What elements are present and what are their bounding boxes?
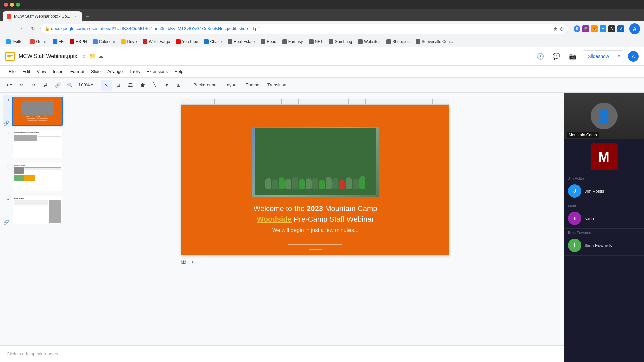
close-button[interactable] — [4, 3, 8, 7]
slide-thumbnail-4[interactable]: 4 Arrival at Camp — [3, 194, 64, 226]
menu-help[interactable]: Help — [171, 66, 187, 78]
person-silhouette — [306, 178, 312, 189]
url-bar[interactable]: 🔒 docs.google.com/presentation/d/1UTlBX4… — [40, 24, 568, 34]
zoom-dropdown[interactable]: 100% ▼ — [76, 80, 95, 90]
camera-button[interactable]: 📷 — [567, 50, 579, 62]
table-button[interactable]: ⊞ — [173, 80, 184, 90]
redo-button[interactable]: ↪ — [28, 80, 39, 90]
refresh-button[interactable]: ↻ — [28, 24, 38, 34]
bookmark-drive[interactable]: Drive — [118, 38, 139, 45]
participant-ilima[interactable]: I Ilima Edwards — [564, 235, 644, 256]
select-group-button[interactable]: ⊡ — [113, 80, 124, 90]
theme-button[interactable]: Theme — [243, 80, 263, 90]
wells-icon — [143, 39, 147, 44]
slide-preview-inner-1: Welcome to the 2023 Mountain CampWoodsid… — [13, 97, 62, 125]
bookmark-realestate[interactable]: Real Estate — [225, 38, 257, 45]
extension-icon-b[interactable]: B — [617, 25, 624, 32]
cloud-icon[interactable]: ☁ — [98, 53, 104, 59]
menu-arrange[interactable]: Arrange — [104, 66, 126, 78]
bookmark-sevierville[interactable]: Seriverville Con... — [413, 38, 456, 45]
slide-editor[interactable]: Welcome to the 2023 Mountain Camp Woodsi… — [67, 93, 564, 345]
menu-file[interactable]: File — [5, 66, 19, 78]
extension-icon-a[interactable]: A — [608, 25, 615, 32]
user-avatar[interactable]: A — [628, 51, 639, 62]
menu-slide[interactable]: Slide — [88, 66, 104, 78]
more-shapes-button[interactable]: ▼ — [161, 80, 172, 90]
bookmark-label: NFT — [315, 39, 323, 44]
print-button[interactable]: 🖨 — [40, 80, 51, 90]
bookmark-fb[interactable]: FB — [50, 38, 66, 45]
new-tab-button[interactable]: + — [83, 12, 93, 21]
bookmark-twitter[interactable]: Twitter — [3, 38, 26, 45]
slide-thumbnail-3[interactable]: 3 Our Sister Camps — [3, 161, 64, 193]
bookmark-read[interactable]: Read — [258, 38, 279, 45]
image-button[interactable]: 🖼 — [125, 80, 136, 90]
menu-extensions[interactable]: Extensions — [143, 66, 171, 78]
slide-thumbnail-2[interactable]: 2 Mountain Camp Woodside Philosophy — [3, 128, 64, 160]
select-button[interactable]: ↖ — [101, 80, 112, 90]
bookmark-nft[interactable]: NFT — [306, 38, 325, 45]
minimize-button[interactable] — [10, 3, 14, 7]
forward-button[interactable]: → — [16, 24, 25, 34]
menu-tools[interactable]: Tools — [126, 66, 143, 78]
shapes-button[interactable]: ⬟ — [137, 80, 148, 90]
bookmark-fantasy[interactable]: Fantasy — [280, 38, 306, 45]
menu-view[interactable]: View — [33, 66, 49, 78]
slides-header: MCW Staff Webinar.pptx ☆ 📁 ☁ 🕐 💬 📷 Slide… — [0, 47, 644, 66]
slide-canvas[interactable]: Welcome to the 2023 Mountain Camp Woodsi… — [181, 105, 449, 255]
undo-button[interactable]: ↩ — [16, 80, 27, 90]
transition-button[interactable]: Transition — [264, 80, 290, 90]
tab-close-button[interactable]: × — [73, 14, 78, 19]
menu-format[interactable]: Format — [67, 66, 88, 78]
add-slide-button[interactable]: + ▼ — [4, 80, 15, 90]
thumb3-title: Our Sister Camps — [14, 164, 61, 166]
maximize-button[interactable] — [16, 3, 20, 7]
extension-icon-fox[interactable]: 🦊 — [591, 25, 598, 32]
history-button[interactable]: 🕐 — [534, 50, 546, 62]
bookmark-espn[interactable]: ESPN — [67, 38, 90, 45]
logo-line-2 — [7, 55, 13, 56]
background-button[interactable]: Background — [190, 80, 220, 90]
profile-avatar[interactable]: A — [629, 23, 640, 34]
photo-placeholder — [252, 127, 379, 197]
speaker-notes[interactable]: Click to add speaker notes — [0, 345, 564, 362]
back-button[interactable]: ← — [4, 24, 13, 34]
photo-bg — [255, 128, 376, 195]
line-button[interactable]: ╲ — [149, 80, 160, 90]
bookmark-youtube[interactable]: YouTube — [173, 38, 201, 45]
slide-thumbnail-1[interactable]: 1 Welcome to the 2023 Mountain CampWoods… — [3, 95, 64, 127]
extension-icon-s[interactable]: S — [574, 25, 580, 32]
menu-edit[interactable]: Edit — [19, 66, 33, 78]
thumb2-image — [14, 135, 37, 141]
slideshow-main-button[interactable]: Slideshow — [583, 50, 614, 62]
bookmark-shopping[interactable]: Shopping — [384, 38, 412, 45]
slideshow-dropdown-button[interactable]: ▼ — [614, 50, 624, 62]
bookmark-wells[interactable]: Wells Fargo — [140, 38, 173, 45]
extension-icon-chrome[interactable]: ● — [600, 25, 606, 32]
link-button[interactable]: 🔗 — [52, 80, 63, 90]
zoom-button[interactable]: 🔍 — [64, 80, 75, 90]
slide-panel: 1 Welcome to the 2023 Mountain CampWoods… — [0, 93, 67, 345]
bookmark-gambling[interactable]: Gambling — [326, 38, 355, 45]
realestate-icon — [228, 39, 232, 44]
menu-insert[interactable]: Insert — [49, 66, 67, 78]
participant-sana[interactable]: s sana — [564, 208, 644, 229]
layout-button[interactable]: Layout — [221, 80, 241, 90]
bookmark-calendar[interactable]: Calendar — [90, 38, 118, 45]
link-icon-4: 🔗 — [3, 220, 9, 225]
bookmark-websites[interactable]: Websites — [355, 38, 383, 45]
bookmark-label: Real Estate — [234, 39, 255, 44]
people-group — [255, 128, 376, 195]
comment-button[interactable]: 💬 — [550, 50, 562, 62]
extension-icon-puzzle[interactable]: 🧩 — [582, 25, 589, 32]
folder-icon[interactable]: 📁 — [89, 53, 96, 59]
grid-view-button[interactable]: ⊞ — [181, 258, 186, 265]
bookmark-chase[interactable]: Chase — [201, 38, 224, 45]
bookmark-gmail[interactable]: Gmail — [27, 38, 49, 45]
tab-favicon — [7, 14, 11, 19]
participant-jim-1[interactable]: J Jim Politis — [564, 181, 644, 201]
star-icon[interactable]: ☆ — [82, 53, 86, 59]
browser-tab[interactable]: MCW Staff Webinar.pptx - Go... × — [3, 11, 82, 21]
prev-slide-button[interactable]: ‹ — [192, 258, 194, 265]
host-avatar[interactable]: M — [591, 143, 618, 170]
